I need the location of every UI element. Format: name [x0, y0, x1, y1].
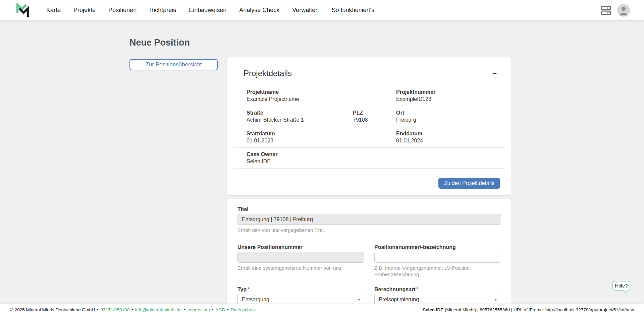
field-label: PLZ [353, 109, 396, 116]
field-case-owner: Case Owner Selen IDE [247, 151, 396, 165]
main-navigation: Karte Projekte Positionen Richtpreis Ein… [46, 7, 374, 14]
nav-item-positionen[interactable]: Positionen [108, 7, 137, 14]
project-details-header: Projektdetails − [227, 69, 512, 78]
chevron-down-icon: ▾ [495, 297, 497, 302]
required-asterisk: * [417, 287, 419, 292]
typ-selected-value: Entsorgung [242, 297, 269, 303]
field-enddatum: Enddatum 01.01.2024 [396, 130, 492, 144]
field-label: Case Owner [247, 151, 396, 158]
project-details-title: Projektdetails [244, 69, 292, 78]
field-value: Selen IDE [247, 158, 396, 165]
to-project-details-button[interactable]: Zu den Projektdetails [438, 178, 500, 189]
phone-link[interactable]: 07151/250100 [101, 307, 129, 312]
field-label: Startdatum [247, 130, 396, 137]
field-label: Projektname [247, 88, 396, 96]
nav-item-projekte[interactable]: Projekte [73, 7, 96, 14]
navbar-right [601, 4, 630, 17]
field-value: Freiburg [396, 116, 492, 123]
logo-icon [15, 3, 30, 18]
field-value: Example Projectname [247, 96, 396, 103]
our-position-number-helper: Erhält eine systemgenerierte Nummer von … [237, 265, 364, 271]
person-icon [617, 4, 630, 17]
field-ort: Ort Freiburg [396, 109, 492, 123]
chevron-down-icon: ▾ [358, 297, 360, 302]
our-position-number-input [237, 252, 364, 263]
server-storage-icon[interactable] [601, 6, 611, 15]
copyright-text: © 2025 Mineral Minds Deutschland GmbH [10, 307, 95, 312]
field-value: 01.01.2023 [247, 137, 396, 144]
field-value: Achim-Stocker-Straße 1 [247, 116, 353, 123]
table-row: Case Owner Selen IDE [233, 148, 505, 169]
page-title: Neue Position [129, 38, 190, 48]
our-position-number-group: Unsere Positionsnummer Erhält eine syste… [237, 244, 364, 277]
footer-separator: • [131, 307, 133, 312]
number-fields-row: Unsere Positionsnummer Erhält eine syste… [237, 244, 501, 277]
nav-item-karte[interactable]: Karte [46, 7, 61, 14]
berechnungsart-label-text: Berechnungsart [374, 287, 416, 292]
footer-separator: • [212, 307, 213, 312]
titel-input [237, 214, 501, 225]
new-position-form-card: Titel Erhält den von uns vorgegebenen Ti… [227, 199, 512, 316]
footer-separator: • [184, 307, 185, 312]
nav-item-so-funktionierts[interactable]: So funktioniert's [331, 7, 374, 14]
agb-link[interactable]: AGB [215, 307, 225, 312]
user-avatar[interactable] [617, 4, 630, 17]
top-navbar: Karte Projekte Positionen Richtpreis Ein… [0, 0, 644, 20]
footer-separator: • [97, 307, 99, 312]
field-label: Enddatum [396, 130, 492, 137]
email-link[interactable]: info@mineral-minds.de [135, 307, 182, 312]
position-number-input[interactable] [374, 252, 501, 263]
berechnungsart-selected-value: Preisoptimierung [379, 297, 419, 303]
field-label: Straße [247, 109, 353, 116]
help-button[interactable]: Hilfe? [612, 281, 630, 291]
project-details-card: Projektdetails − Projektname Example Pro… [227, 57, 512, 195]
berechnungsart-label: Berechnungsart* [374, 286, 501, 293]
nav-item-richtpreis[interactable]: Richtpreis [149, 7, 176, 14]
field-projektnummer: Projektnummer ExampleID123 [396, 88, 492, 103]
datenschutz-link[interactable]: Datenschutz [230, 307, 256, 312]
impressum-link[interactable]: Impressum [187, 307, 210, 312]
to-position-overview-button[interactable]: Zur Positionsübersicht [129, 59, 218, 70]
field-label: Ort [396, 109, 492, 116]
project-details-table: Projektname Example Projectname Projektn… [233, 85, 505, 169]
position-number-helper: Z.B. Interne-Vorgangsnummer, LV-Position… [374, 265, 501, 277]
field-startdatum: Startdatum 01.01.2023 [247, 130, 396, 144]
footer-separator: • [227, 307, 229, 312]
typ-label-text: Typ [237, 287, 247, 292]
required-asterisk: * [248, 287, 250, 292]
table-row: Straße Achim-Stocker-Straße 1 PLZ 79108 … [233, 106, 505, 127]
field-strasse: Straße Achim-Stocker-Straße 1 [247, 109, 353, 123]
our-position-number-label: Unsere Positionsnummer [237, 244, 364, 251]
field-plz: PLZ 79108 [353, 109, 396, 123]
titel-helper: Erhält den von uns vorgegebenen Titel. [237, 227, 501, 233]
nav-item-verwalten[interactable]: Verwalten [292, 7, 319, 14]
field-projektname: Projektname Example Projectname [247, 88, 396, 103]
project-details-actions: Zu den Projektdetails [227, 169, 512, 189]
session-info: Selen IDE (Mineral Minds) | 69576255536d… [423, 307, 634, 312]
session-user: Selen IDE [423, 307, 443, 312]
session-details: (Mineral Minds) | 69576255536d | URL of … [443, 307, 634, 312]
position-number-group: Positionsnummer/-bezeichnung Z.B. Intern… [374, 244, 501, 277]
field-value: ExampleID123 [396, 96, 492, 103]
titel-field-group: Titel Erhält den von uns vorgegebenen Ti… [237, 206, 501, 233]
table-row: Projektname Example Projectname Projektn… [233, 85, 505, 106]
position-number-label: Positionsnummer/-bezeichnung [374, 244, 501, 251]
mineral-minds-logo[interactable] [15, 3, 30, 18]
titel-label: Titel [237, 206, 501, 213]
nav-item-analyse-check[interactable]: Analyse Check [239, 7, 279, 14]
footer: © 2025 Mineral Minds Deutschland GmbH • … [0, 304, 644, 316]
content-column: Projektdetails − Projektname Example Pro… [227, 57, 512, 316]
nav-item-einbauweisen[interactable]: Einbauweisen [189, 7, 226, 14]
table-row: Startdatum 01.01.2023 Enddatum 01.01.202… [233, 127, 505, 148]
field-value: 79108 [353, 116, 396, 123]
collapse-icon[interactable]: − [492, 70, 497, 77]
field-value: 01.01.2024 [396, 137, 492, 144]
field-label: Projektnummer [396, 88, 492, 96]
footer-left: © 2025 Mineral Minds Deutschland GmbH • … [10, 307, 256, 312]
typ-label: Typ* [237, 286, 364, 293]
title-divider [129, 53, 512, 53]
